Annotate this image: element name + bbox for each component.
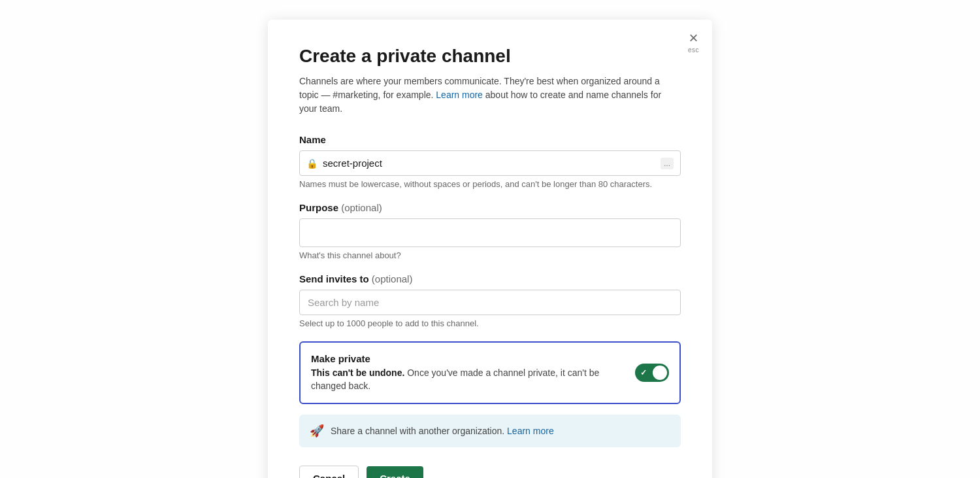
close-icon: × xyxy=(689,30,698,46)
close-button[interactable]: × esc xyxy=(688,30,699,54)
purpose-optional: (optional) xyxy=(341,202,382,213)
name-field-group: Name 🔒 ... Names must be lowercase, with… xyxy=(299,134,681,189)
make-private-text: Make private This can't be undone. Once … xyxy=(311,353,625,392)
purpose-input[interactable] xyxy=(299,218,681,247)
toggle-slider: ✓ xyxy=(635,364,669,382)
share-channel-learn-more[interactable]: Learn more xyxy=(507,426,554,436)
name-field-hint: Names must be lowercase, without spaces … xyxy=(299,179,681,189)
cancel-button[interactable]: Cancel xyxy=(299,466,359,478)
search-by-name-input[interactable] xyxy=(299,290,681,315)
create-button[interactable]: Create xyxy=(367,466,423,478)
char-counter: ... xyxy=(661,158,674,169)
modal-title: Create a private channel xyxy=(299,46,681,67)
make-private-bold: This can't be undone. xyxy=(311,367,404,378)
make-private-title: Make private xyxy=(311,353,625,364)
send-invites-hint: Select up to 1000 people to add to this … xyxy=(299,318,681,328)
purpose-label: Purpose (optional) xyxy=(299,202,681,213)
modal-description: Channels are where your members communic… xyxy=(299,75,681,116)
toggle-check-icon: ✓ xyxy=(640,368,647,377)
make-private-box: Make private This can't be undone. Once … xyxy=(299,341,681,404)
create-channel-modal: × esc Create a private channel Channels … xyxy=(268,20,712,478)
share-channel-text: Share a channel with another organizatio… xyxy=(331,426,554,436)
name-input-wrapper: 🔒 ... xyxy=(299,150,681,176)
learn-more-link-1[interactable]: Learn more xyxy=(436,90,483,100)
send-invites-field-group: Send invites to (optional) Select up to … xyxy=(299,273,681,328)
esc-label: esc xyxy=(688,47,699,54)
name-label: Name xyxy=(299,134,681,145)
make-private-toggle[interactable]: ✓ xyxy=(635,364,669,382)
share-channel-box: 🚀 Share a channel with another organizat… xyxy=(299,415,681,447)
modal-overlay: × esc Create a private channel Channels … xyxy=(0,0,980,478)
modal-actions: Cancel Create xyxy=(299,466,681,478)
rocket-icon: 🚀 xyxy=(310,424,324,438)
send-invites-label: Send invites to (optional) xyxy=(299,273,681,284)
purpose-field-group: Purpose (optional) What's this channel a… xyxy=(299,202,681,260)
channel-name-input[interactable] xyxy=(323,151,661,175)
send-invites-optional: (optional) xyxy=(372,273,413,284)
make-private-description: This can't be undone. Once you've made a… xyxy=(311,367,625,392)
purpose-field-hint: What's this channel about? xyxy=(299,250,681,260)
lock-icon: 🔒 xyxy=(306,158,318,169)
